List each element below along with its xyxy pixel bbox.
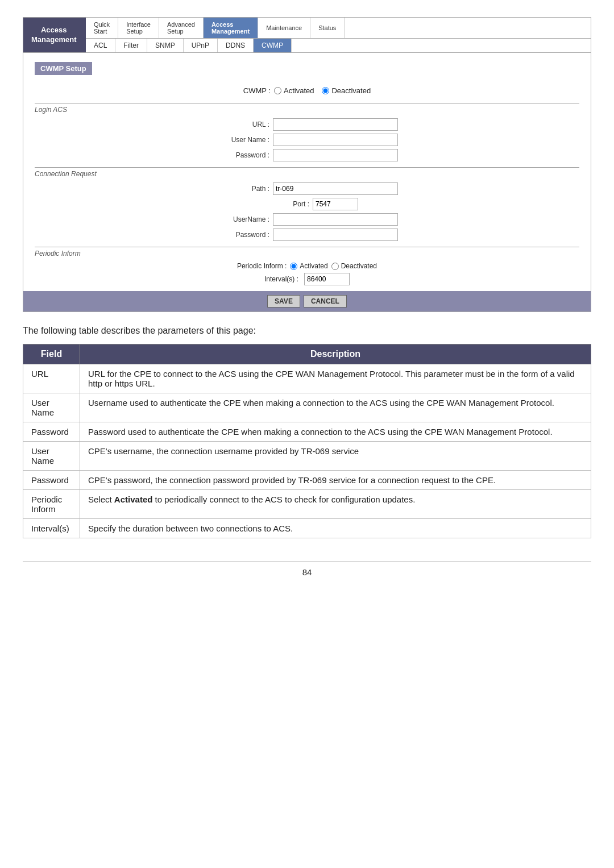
field-password: Password	[23, 422, 80, 442]
table-row: UserName Username used to authenticate t…	[23, 393, 591, 422]
url-label: URL :	[216, 121, 273, 128]
pi-deactivated-radio[interactable]	[331, 263, 339, 270]
cwmp-activated-radio-label[interactable]: Activated	[274, 86, 314, 95]
connection-request-label: Connection Request	[35, 170, 579, 178]
url-row: URL :	[35, 118, 579, 131]
interval-input[interactable]	[304, 273, 350, 285]
nav-tab-interface-setup[interactable]: Interface Setup	[118, 18, 159, 38]
cr-username-row: UserName :	[35, 213, 579, 226]
interval-label: Interval(s) :	[264, 275, 298, 283]
field-username: UserName	[23, 393, 80, 422]
nav-subtab-acl[interactable]: ACL	[86, 39, 115, 52]
desc-url: URL for the CPE to connect to the ACS us…	[80, 364, 591, 393]
periodic-inform-section: Periodic Inform Periodic Inform : Activa…	[35, 247, 579, 285]
interval-row: Interval(s) :	[35, 273, 579, 285]
page-number: 84	[23, 561, 591, 577]
table-header-field: Field	[23, 344, 80, 364]
nav-tab-quick-start[interactable]: Quick Start	[86, 18, 118, 38]
desc-periodic-inform: Select Activated to periodically connect…	[80, 490, 591, 519]
action-bar: SAVE CANCEL	[23, 291, 591, 312]
nav-subtab-upnp[interactable]: UPnP	[184, 39, 218, 52]
cr-password-row: Password :	[35, 229, 579, 241]
cr-password-label: Password :	[216, 231, 273, 239]
nav-subtab-ddns[interactable]: DDNS	[218, 39, 254, 52]
nav-top-row: Quick Start Interface Setup Advanced Set…	[86, 18, 591, 39]
nav-section-title: Access Management	[23, 18, 86, 52]
field-username-cr: UserName	[23, 442, 80, 471]
pi-activated-radio[interactable]	[290, 263, 297, 270]
port-row: Port :	[35, 198, 579, 210]
table-row: URL URL for the CPE to connect to the AC…	[23, 364, 591, 393]
cr-username-input[interactable]	[273, 213, 398, 226]
description-intro: The following table describes the parame…	[23, 326, 591, 336]
field-periodic-inform: PeriodicInform	[23, 490, 80, 519]
nav-tabs-container: Quick Start Interface Setup Advanced Set…	[86, 18, 591, 52]
nav-subtab-cwmp[interactable]: CWMP	[254, 39, 292, 52]
description-table: Field Description URL URL for the CPE to…	[23, 344, 591, 538]
navigation-bar: Access Management Quick Start Interface …	[23, 17, 591, 53]
desc-username-cr: CPE's username, the connection username …	[80, 442, 591, 471]
nav-tab-advanced-setup[interactable]: Advanced Setup	[159, 18, 204, 38]
nav-subtab-filter[interactable]: Filter	[115, 39, 147, 52]
field-url: URL	[23, 364, 80, 393]
password-row: Password :	[35, 149, 579, 161]
cwmp-toggle-row: CWMP : Activated Deactivated	[35, 86, 579, 95]
path-input[interactable]	[273, 182, 398, 195]
path-row: Path :	[35, 182, 579, 195]
password-input[interactable]	[273, 149, 398, 161]
path-label: Path :	[216, 185, 273, 193]
cwmp-activated-radio[interactable]	[274, 87, 281, 94]
table-row: Interval(s) Specify the duration between…	[23, 519, 591, 538]
username-label: User Name :	[216, 136, 273, 144]
cwmp-radio-group: Activated Deactivated	[274, 86, 371, 95]
table-header-description: Description	[80, 344, 591, 364]
periodic-inform-label: Periodic Inform	[35, 250, 579, 258]
username-input[interactable]	[273, 134, 398, 146]
port-input[interactable]	[313, 198, 358, 210]
pi-toggle-row: Periodic Inform : Activated Deactivated	[35, 262, 579, 270]
table-row: UserName CPE's username, the connection …	[23, 442, 591, 471]
field-interval: Interval(s)	[23, 519, 80, 538]
cr-username-label: UserName :	[216, 215, 273, 223]
cancel-button[interactable]: CANCEL	[304, 295, 347, 308]
login-acs-section: Login ACS URL : User Name : Password :	[35, 103, 579, 161]
nav-tab-maintenance[interactable]: Maintenance	[258, 18, 310, 38]
nav-tab-status[interactable]: Status	[310, 18, 345, 38]
table-row: PeriodicInform Select Activated to perio…	[23, 490, 591, 519]
desc-interval: Specify the duration between two connect…	[80, 519, 591, 538]
port-label: Port :	[256, 200, 313, 208]
cr-password-input[interactable]	[273, 229, 398, 241]
table-row: Password Password used to authenticate t…	[23, 422, 591, 442]
nav-subtab-snmp[interactable]: SNMP	[147, 39, 184, 52]
login-acs-label: Login ACS	[35, 106, 579, 114]
pi-activated-radio-label[interactable]: Activated	[290, 262, 327, 270]
url-input[interactable]	[273, 118, 398, 131]
activated-bold: Activated	[114, 495, 153, 504]
cwmp-setup-title: CWMP Setup	[35, 62, 92, 75]
desc-username: Username used to authenticate the CPE wh…	[80, 393, 591, 422]
username-row: User Name :	[35, 134, 579, 146]
password-label: Password :	[216, 151, 273, 159]
cwmp-deactivated-radio-label[interactable]: Deactivated	[322, 86, 371, 95]
save-button[interactable]: SAVE	[267, 295, 300, 308]
pi-deactivated-radio-label[interactable]: Deactivated	[331, 262, 377, 270]
cwmp-deactivated-radio[interactable]	[322, 87, 329, 94]
pi-label: Periodic Inform :	[237, 262, 287, 270]
desc-password: Password used to authenticate the CPE wh…	[80, 422, 591, 442]
main-content-box: CWMP Setup CWMP : Activated Deactivated …	[23, 53, 591, 312]
cwmp-label: CWMP :	[243, 86, 271, 95]
nav-bottom-row: ACL Filter SNMP UPnP DDNS CWMP	[86, 39, 591, 52]
cwmp-setup-section: CWMP Setup	[35, 62, 579, 81]
field-password-cr: Password	[23, 471, 80, 490]
connection-request-section: Connection Request Path : Port : UserNam…	[35, 167, 579, 241]
desc-password-cr: CPE's password, the connection password …	[80, 471, 591, 490]
table-row: Password CPE's password, the connection …	[23, 471, 591, 490]
nav-tab-access-management[interactable]: Access Management	[204, 18, 258, 38]
